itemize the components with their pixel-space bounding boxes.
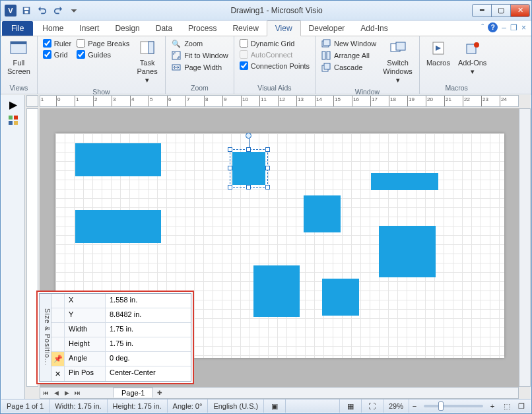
last-page-button[interactable]: ⏭ — [72, 388, 83, 398]
selection-frame — [230, 149, 268, 188]
tab-home[interactable]: Home — [34, 21, 71, 36]
macro-record-button[interactable]: ▣ — [264, 399, 286, 413]
rotation-handle[interactable] — [246, 133, 251, 139]
switch-windows-button[interactable]: Switch Windows▾ — [380, 38, 415, 86]
close-icon[interactable]: ✕ — [51, 366, 65, 381]
svg-rect-11 — [322, 52, 325, 59]
cascade-button[interactable]: Cascade — [319, 61, 378, 73]
page-tab-bar: ⏮ ◀ ▶ ⏭ Page-1 ✚ — [40, 387, 519, 399]
first-page-button[interactable]: ⏮ — [40, 388, 51, 398]
zoom-slider[interactable] — [424, 405, 483, 407]
tab-design[interactable]: Design — [107, 21, 147, 36]
autoconnect-checkbox[interactable]: AutoConnect — [238, 49, 311, 60]
switch-window-button[interactable]: ❐ — [516, 401, 527, 411]
sp-row-angle[interactable]: 📌Angle0 deg. — [51, 352, 191, 366]
tab-developer[interactable]: Developer — [301, 21, 353, 36]
sp-row-width[interactable]: Width1.75 in. — [51, 323, 191, 337]
tab-review[interactable]: Review — [224, 21, 266, 36]
svg-rect-12 — [327, 52, 330, 59]
shape-rect[interactable] — [371, 173, 438, 190]
sp-row-x[interactable]: X1.558 in. — [51, 294, 191, 308]
pin-icon[interactable]: 📌 — [51, 352, 65, 366]
zoom-out-button[interactable]: − — [409, 401, 420, 411]
status-page: Page 1 of 1 — [1, 399, 50, 413]
next-page-button[interactable]: ▶ — [61, 388, 72, 398]
macros-button[interactable]: Macros — [424, 38, 453, 69]
shape-rect[interactable] — [304, 195, 341, 232]
shape-rect[interactable] — [253, 265, 300, 317]
dynamic-grid-checkbox[interactable]: Dynamic Grid — [238, 38, 311, 49]
zoom-thumb[interactable] — [438, 401, 444, 411]
sp-row-pinpos[interactable]: ✕Pin PosCenter-Center — [51, 366, 191, 381]
tab-process[interactable]: Process — [180, 21, 224, 36]
resize-handle-e[interactable] — [265, 166, 270, 170]
guides-checkbox[interactable]: Guides — [75, 49, 131, 60]
horizontal-ruler[interactable]: -2-1012345678910111213141516171819202122… — [40, 95, 519, 107]
maximize-button[interactable]: ▢ — [491, 4, 511, 17]
svg-rect-23 — [14, 121, 18, 125]
resize-handle-sw[interactable] — [228, 185, 232, 190]
view-normal-button[interactable]: ▦ — [339, 399, 362, 413]
zoom-in-button[interactable]: + — [487, 401, 498, 411]
help-button[interactable]: ? — [488, 22, 498, 32]
status-language[interactable]: English (U.S.) — [208, 399, 264, 413]
file-tab[interactable]: File — [2, 21, 33, 36]
shape-rect[interactable] — [75, 143, 161, 176]
page-tab[interactable]: Page-1 — [113, 388, 153, 397]
svg-rect-1 — [24, 7, 29, 10]
resize-handle-ne[interactable] — [265, 147, 270, 152]
page-breaks-checkbox[interactable]: Page Breaks — [75, 38, 131, 49]
zoom-button[interactable]: 🔍Zoom — [170, 38, 230, 50]
size-position-window[interactable]: Size & Positio... X1.558 in. Y8.8482 in.… — [36, 291, 194, 384]
size-position-table: X1.558 in. Y8.8482 in. Width1.75 in. Hei… — [51, 294, 191, 381]
status-width: Width: 1.75 in. — [50, 399, 107, 413]
tab-addins[interactable]: Add-Ins — [352, 21, 395, 36]
save-button[interactable] — [19, 3, 34, 18]
resize-handle-s[interactable] — [246, 185, 251, 190]
view-full-button[interactable]: ⛶ — [362, 399, 383, 413]
grid-checkbox[interactable]: Grid — [42, 49, 73, 60]
task-panes-button[interactable]: Task Panes▾ — [133, 38, 161, 86]
redo-button[interactable] — [51, 3, 65, 18]
new-page-button[interactable]: ✚ — [154, 388, 165, 398]
shape-rect[interactable] — [75, 210, 161, 243]
ribbon-help-area: ˆ ? – ❐ × — [481, 22, 526, 32]
resize-handle-nw[interactable] — [228, 147, 232, 152]
ruler-checkbox[interactable]: Ruler — [42, 38, 73, 49]
full-screen-button[interactable]: Full Screen — [5, 38, 33, 77]
resize-handle-n[interactable] — [246, 147, 251, 152]
arrange-all-button[interactable]: Arrange All — [319, 50, 378, 61]
new-window-button[interactable]: New Window — [319, 38, 378, 50]
minimize-button[interactable]: ━ — [472, 4, 492, 17]
tab-data[interactable]: Data — [148, 21, 180, 36]
fit-page-button[interactable]: ⬚ — [502, 401, 512, 411]
shapes-pane-icon[interactable] — [5, 114, 21, 127]
undo-button[interactable] — [35, 3, 50, 18]
sp-row-y[interactable]: Y8.8482 in. — [51, 308, 191, 323]
mdi-restore-button[interactable]: ❐ — [510, 23, 517, 32]
vertical-scrollbar[interactable] — [519, 108, 531, 387]
minimize-ribbon-button[interactable]: ˆ — [481, 23, 484, 32]
sp-row-height[interactable]: Height1.75 in. — [51, 337, 191, 352]
connection-points-checkbox[interactable]: Connection Points — [238, 60, 311, 71]
switch-windows-icon — [389, 39, 407, 57]
prev-page-button[interactable]: ◀ — [51, 388, 61, 398]
app-icon: V — [5, 5, 17, 17]
tab-view[interactable]: View — [267, 20, 301, 36]
mdi-minimize-button[interactable]: – — [502, 23, 506, 32]
addons-button[interactable]: Add-Ons▾ — [455, 38, 489, 77]
fit-window-button[interactable]: Fit to Window — [170, 50, 230, 61]
shape-rect[interactable] — [379, 226, 436, 277]
shape-rect[interactable] — [322, 279, 359, 316]
zoom-icon: 🔍 — [171, 38, 182, 49]
qat-customize-button[interactable] — [67, 3, 81, 18]
mdi-close-button[interactable]: × — [521, 23, 526, 32]
expand-shapes-button[interactable]: ▶ — [5, 98, 21, 111]
page-width-button[interactable]: Page Width — [170, 61, 230, 73]
resize-handle-se[interactable] — [265, 185, 270, 190]
close-button[interactable]: ✕ — [510, 4, 530, 17]
zoom-level[interactable]: 29% — [383, 399, 409, 413]
resize-handle-w[interactable] — [228, 166, 232, 170]
ribbon-tabs: File Home Insert Design Data Process Rev… — [1, 20, 531, 36]
tab-insert[interactable]: Insert — [71, 21, 107, 36]
